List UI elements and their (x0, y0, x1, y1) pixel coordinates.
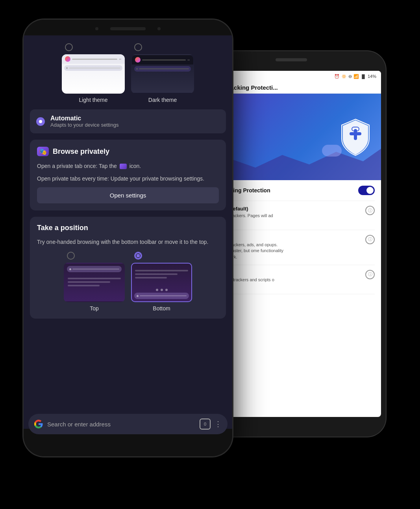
browse-privately-section: 🎭 Browse privately Open a private tab on… (30, 140, 226, 210)
custom-info-button[interactable]: ⓘ (365, 270, 375, 279)
dark-theme-radio[interactable] (134, 43, 142, 51)
bottom-position-card[interactable]: Bottom (131, 252, 192, 312)
light-preview-topbar: ∞ (62, 54, 125, 64)
light-search-dot (66, 67, 68, 69)
front-camera-dot (95, 27, 98, 30)
dark-search-line (139, 68, 189, 69)
footer-label: tions (208, 294, 375, 310)
top-position-radio[interactable] (67, 252, 75, 260)
bottom-searchbar (134, 293, 189, 299)
mask-inline-icon (120, 164, 127, 169)
front-speaker-grille (110, 27, 146, 30)
bottom-position-label: Bottom (153, 305, 170, 312)
alarm-icon: ⏰ (334, 74, 340, 79)
nav-dot-3 (165, 289, 168, 291)
content-line-3 (68, 285, 100, 286)
light-preview-fox (65, 56, 70, 62)
light-theme-card[interactable]: ∞ Light theme (62, 43, 125, 103)
top-position-card[interactable]: Top (64, 252, 125, 312)
back-phone-speaker (276, 58, 307, 61)
front-phone-screen: ∞ Light theme (24, 35, 232, 429)
svg-rect-1 (350, 132, 361, 135)
dark-preview-line (142, 59, 186, 61)
bottom-bar-dot (137, 295, 139, 297)
automatic-radio[interactable] (36, 117, 45, 126)
bottom-content-lines (132, 267, 191, 284)
content-line-2 (68, 281, 110, 283)
tab-counter[interactable]: 0 (200, 419, 211, 430)
wifi-icon: 📶 (353, 74, 359, 79)
toolbar-position-title: Take a position (37, 224, 219, 232)
dark-preview-searchbar (134, 66, 191, 72)
shield-icon (338, 117, 373, 157)
tracking-protection-row: ced Tracking Protection (208, 180, 375, 201)
light-theme-radio[interactable] (65, 43, 73, 51)
light-preview-dots: ∞ (119, 57, 122, 61)
google-logo (34, 419, 43, 429)
private-mode-icon: 🎭 (37, 147, 49, 156)
dark-preview-fox (135, 57, 141, 63)
light-theme-preview: ∞ (62, 54, 125, 94)
dark-theme-preview: ∞ (131, 54, 194, 94)
top-bar-line (72, 269, 119, 269)
tracking-toggle[interactable] (358, 186, 375, 195)
automatic-label: Automatic (50, 115, 118, 122)
bottom-content-line-1 (135, 270, 188, 271)
menu-button[interactable]: ⋮ (215, 420, 222, 428)
theme-cards-section: ∞ Light theme (30, 35, 226, 109)
top-content-lines (65, 275, 124, 291)
bottom-content-line-3 (135, 277, 167, 278)
bottom-content-line-2 (135, 273, 178, 275)
toolbar-position-section: Take a position Try one-handed browsing … (30, 217, 226, 319)
browse-privately-title: 🎭 Browse privately (37, 147, 219, 156)
toolbar-position-desc: Try one-handed browsing with the bottom … (37, 238, 219, 246)
brightness-icon: 🔅 (341, 74, 347, 79)
battery-level: 14% (368, 74, 376, 79)
standard-option-row[interactable]: tandard (default) ocks fewer trackers. P… (208, 201, 375, 230)
light-theme-label: Light theme (79, 97, 107, 103)
strict-info-button[interactable]: ⓘ (365, 235, 375, 244)
nav-dot-2 (161, 289, 163, 291)
bottom-position-preview (131, 263, 192, 302)
search-input[interactable]: Search or enter address (47, 421, 196, 428)
top-bar-dot (69, 268, 71, 270)
dnd-icon: ⊖ (348, 74, 352, 79)
nav-dot-1 (156, 289, 158, 291)
dark-preview-dots: ∞ (187, 58, 190, 62)
search-bar[interactable]: Search or enter address 0 ⋮ (28, 414, 228, 434)
light-preview-searchbar (64, 65, 122, 71)
signal-bars: ▐▌ (361, 74, 366, 79)
mask-icon: 🎭 (39, 148, 47, 155)
light-preview-line (72, 59, 117, 60)
browse-privately-text1: Open a private tab once: Tap the icon. (37, 162, 219, 170)
content-line-1 (68, 278, 121, 279)
top-position-label: Top (90, 305, 99, 312)
front-phone: ∞ Light theme (24, 20, 232, 456)
light-search-line (69, 68, 120, 68)
svg-rect-2 (352, 127, 359, 131)
nav-dots-row (132, 289, 191, 291)
dark-theme-label: Dark theme (148, 97, 177, 103)
bottom-position-radio[interactable] (134, 252, 142, 260)
dark-preview-topbar: ∞ (132, 55, 193, 65)
top-searchbar (67, 266, 122, 272)
front-scroll-area[interactable]: ∞ Light theme (30, 35, 226, 429)
front-phone-top-bar (24, 20, 232, 35)
front-sensor-dot (157, 27, 161, 30)
custom-option-row[interactable]: ustom hoose which trackers and scripts o… (208, 265, 375, 294)
browse-privately-text2: Open private tabs every time: Update you… (37, 174, 219, 183)
dark-theme-card[interactable]: ∞ Dark theme (131, 43, 194, 103)
position-cards: Top (37, 252, 219, 312)
top-position-preview (64, 263, 125, 302)
phone-bottom-bezel (24, 435, 232, 456)
automatic-option[interactable]: Automatic Adapts to your device settings (30, 109, 226, 133)
automatic-sublabel: Adapts to your device settings (50, 122, 118, 128)
dark-search-dot (136, 68, 138, 70)
standard-info-button[interactable]: ⓘ (365, 206, 375, 215)
automatic-text: Automatic Adapts to your device settings (50, 115, 118, 128)
open-settings-button[interactable]: Open settings (37, 187, 219, 203)
bottom-bar-line (140, 295, 187, 296)
strict-option-row[interactable]: trict ocks more trackers, ads, and opups… (208, 230, 375, 265)
